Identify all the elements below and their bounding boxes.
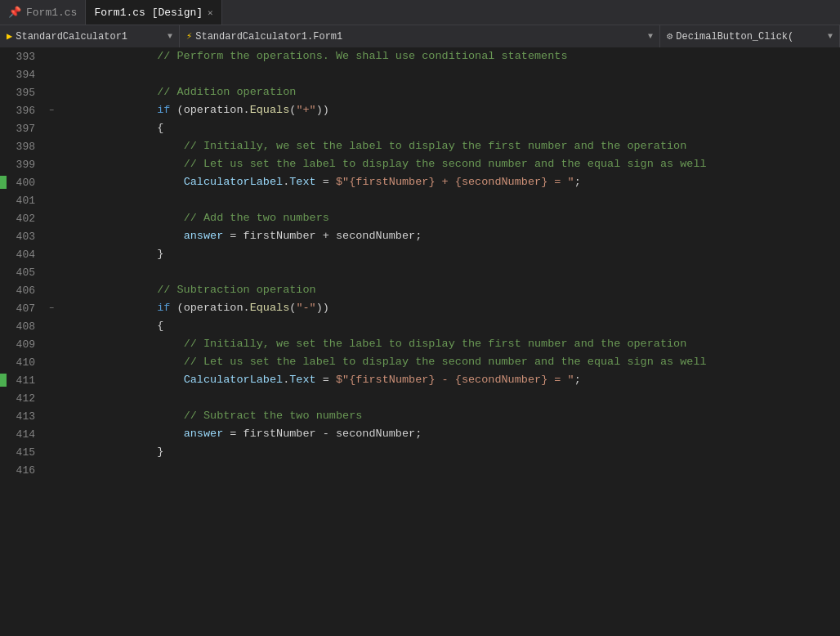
code-line-409: 409 // Initially, we set the label to di… (0, 335, 840, 353)
code-line-405: 405 (0, 263, 840, 281)
code-content: answer = firstNumber + secondNumber; (74, 227, 840, 245)
code-content: // Addition operation (74, 83, 840, 101)
code-content: // Subtract the two numbers (74, 407, 840, 425)
code-line-404: 404 } (0, 245, 840, 263)
code-line-414: 414 answer = firstNumber - secondNumber; (0, 425, 840, 443)
line-number: 411 (0, 374, 45, 387)
code-content: // Subtraction operation (74, 281, 840, 299)
line-number: 406 (0, 284, 45, 297)
collapse-icon[interactable]: − (45, 106, 58, 115)
editor: 393 // Perform the operations. We shall … (0, 47, 840, 636)
code-line-408: 408 { (0, 317, 840, 335)
code-line-411: 411 CalculatorLabel.Text = $"{firstNumbe… (0, 371, 840, 389)
line-number: 409 (0, 338, 45, 351)
code-content: // Let us set the label to display the s… (74, 155, 840, 173)
code-content: if (operation.Equals("+")) (74, 101, 840, 119)
collapse-icon[interactable]: − (45, 304, 58, 313)
code-line-399: 399 // Let us set the label to display t… (0, 155, 840, 173)
method-dropdown[interactable]: ⚙DecimalButton_Click( ▼ (660, 25, 840, 47)
code-line-396: 396− if (operation.Equals("+")) (0, 101, 840, 119)
pin-icon: 📌 (8, 6, 21, 19)
tab-form1-pinned[interactable]: 📌 Form1.cs (0, 0, 86, 25)
code-line-397: 397 { (0, 119, 840, 137)
code-line-403: 403 answer = firstNumber + secondNumber; (0, 227, 840, 245)
class-dropdown-label: ▶StandardCalculator1 (7, 30, 127, 43)
line-number: 416 (0, 464, 45, 477)
line-number: 399 (0, 159, 45, 171)
code-content: } (74, 245, 840, 263)
code-content: } (74, 443, 840, 461)
member-dropdown[interactable]: ⚡StandardCalculator1.Form1 ▼ (180, 25, 660, 47)
line-number: 400 (0, 177, 45, 189)
line-number: 410 (0, 356, 45, 369)
code-line-401: 401 (0, 191, 840, 209)
chevron-down-icon-2: ▼ (648, 32, 653, 41)
code-line-416: 416 (0, 461, 840, 479)
line-number: 405 (0, 266, 45, 279)
code-line-413: 413 // Subtract the two numbers (0, 407, 840, 425)
line-number: 395 (0, 87, 45, 99)
chevron-down-icon: ▼ (168, 32, 172, 41)
code-line-402: 402 // Add the two numbers (0, 209, 840, 227)
code-area[interactable]: 393 // Perform the operations. We shall … (0, 47, 840, 636)
line-number: 396 (0, 105, 45, 117)
code-line-406: 406 // Subtraction operation (0, 281, 840, 299)
code-line-395: 395 // Addition operation (0, 83, 840, 101)
chevron-down-icon-3: ▼ (828, 32, 833, 41)
code-content: // Initially, we set the label to displa… (74, 137, 840, 155)
code-line-400: 400 CalculatorLabel.Text = $"{firstNumbe… (0, 173, 840, 191)
code-line-394: 394 (0, 65, 840, 83)
code-line-412: 412 (0, 389, 840, 407)
code-content: // Perform the operations. We shall use … (74, 47, 840, 65)
code-content: CalculatorLabel.Text = $"{firstNumber} +… (74, 173, 840, 191)
code-line-407: 407− if (operation.Equals("-")) (0, 299, 840, 317)
line-number: 401 (0, 195, 45, 207)
line-number: 403 (0, 231, 45, 243)
code-line-393: 393 // Perform the operations. We shall … (0, 47, 840, 65)
code-content: { (74, 317, 840, 335)
line-number: 408 (0, 320, 45, 333)
code-content: { (74, 119, 840, 137)
code-content: // Initially, we set the label to displa… (74, 335, 840, 353)
code-content: // Add the two numbers (74, 209, 840, 227)
code-line-410: 410 // Let us set the label to display t… (0, 353, 840, 371)
line-number: 413 (0, 410, 45, 423)
tab-label: Form1.cs (26, 7, 77, 19)
line-number: 415 (0, 446, 45, 459)
line-number: 404 (0, 249, 45, 261)
method-dropdown-label: ⚙DecimalButton_Click( (667, 30, 793, 43)
code-line-398: 398 // Initially, we set the label to di… (0, 137, 840, 155)
class-dropdown[interactable]: ▶StandardCalculator1 ▼ (0, 25, 180, 47)
line-number: 393 (0, 51, 45, 63)
code-content: CalculatorLabel.Text = $"{firstNumber} -… (74, 371, 840, 389)
close-icon[interactable]: ✕ (208, 7, 213, 18)
code-content: if (operation.Equals("-")) (74, 299, 840, 317)
title-bar: 📌 Form1.cs Form1.cs [Design] ✕ (0, 0, 840, 25)
line-number: 402 (0, 213, 45, 225)
line-number: 397 (0, 123, 45, 135)
code-content: // Let us set the label to display the s… (74, 353, 840, 371)
code-content: answer = firstNumber - secondNumber; (74, 425, 840, 443)
line-number: 398 (0, 141, 45, 153)
line-number: 394 (0, 69, 45, 81)
line-number: 412 (0, 392, 45, 405)
tab-form1-design[interactable]: Form1.cs [Design] ✕ (86, 0, 221, 25)
nav-bar: ▶StandardCalculator1 ▼ ⚡StandardCalculat… (0, 25, 840, 47)
line-number: 407 (0, 302, 45, 315)
code-line-415: 415 } (0, 443, 840, 461)
line-number: 414 (0, 428, 45, 441)
member-dropdown-label: ⚡StandardCalculator1.Form1 (186, 30, 342, 43)
tab-label-active: Form1.cs [Design] (94, 7, 203, 19)
